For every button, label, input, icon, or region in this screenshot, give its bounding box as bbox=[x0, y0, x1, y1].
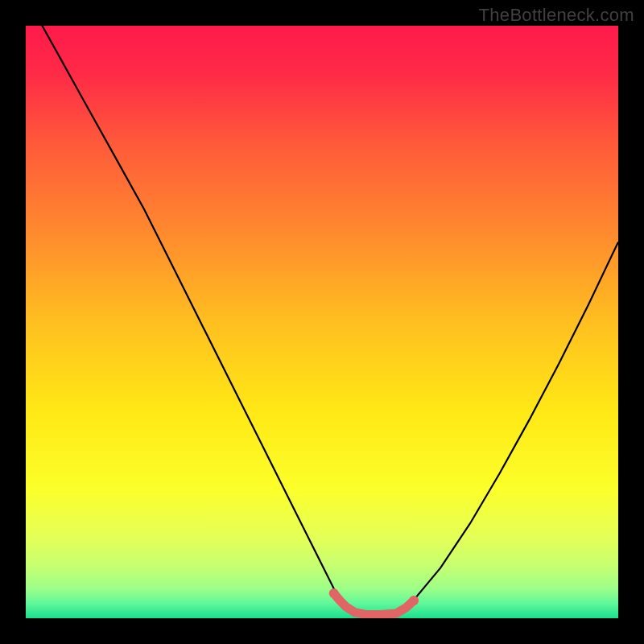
optimal-range-end-dot bbox=[409, 596, 419, 605]
gradient-background bbox=[26, 26, 618, 618]
optimal-range-start-dot bbox=[329, 588, 339, 598]
plot-area bbox=[26, 26, 618, 618]
watermark-text: TheBottleneck.com bbox=[479, 5, 634, 26]
chart-frame: TheBottleneck.com bbox=[0, 0, 644, 644]
chart-svg bbox=[26, 26, 618, 618]
